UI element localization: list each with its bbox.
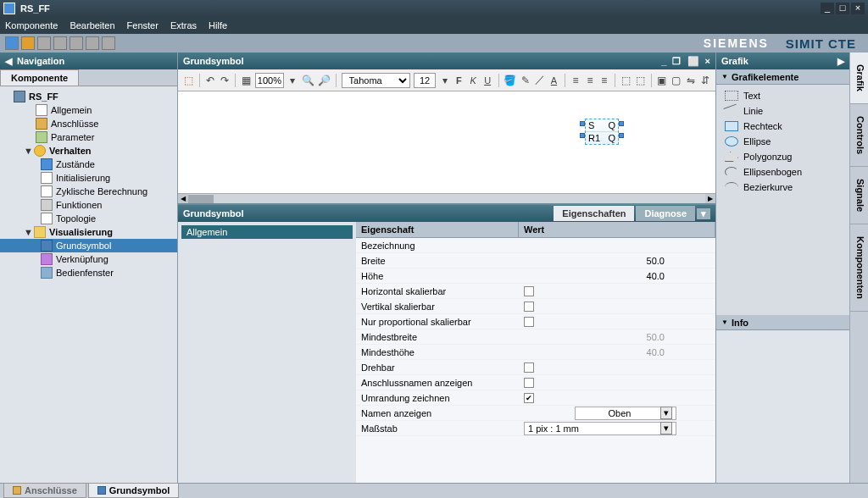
insert-icon[interactable]: ⬚	[183, 73, 194, 88]
info-header[interactable]: ▼Info	[716, 315, 849, 330]
send-back-icon[interactable]: ▢	[670, 73, 682, 88]
font-color-icon[interactable]: A	[548, 73, 559, 88]
bring-front-icon[interactable]: ▣	[656, 73, 667, 88]
zoom-dropdown-icon[interactable]: ▾	[287, 73, 298, 88]
ungroup-icon[interactable]: ⬚	[635, 73, 646, 88]
align-right-icon[interactable]: ≡	[598, 73, 609, 88]
doc-minimize-icon[interactable]: _	[661, 56, 666, 66]
tree-visualisierung[interactable]: ▼Visualisierung	[0, 225, 177, 239]
tree-funktionen[interactable]: Funktionen	[0, 198, 177, 212]
canvas[interactable]: SQ R1Q ◀ ▶	[178, 91, 715, 203]
flip-v-icon[interactable]: ⇵	[699, 73, 710, 88]
copy-icon[interactable]	[70, 36, 83, 50]
doc-maximize-icon[interactable]: ⬜	[687, 56, 699, 66]
tree-zustaende[interactable]: Zustände	[0, 158, 177, 171]
new-icon[interactable]	[5, 36, 19, 50]
horizontal-scrollbar[interactable]: ◀ ▶	[178, 193, 715, 203]
zoom-input[interactable]	[255, 73, 284, 88]
chk-umrandung[interactable]: ✔	[524, 393, 534, 403]
redo-icon[interactable]: ↷	[219, 73, 230, 88]
gfx-bogen[interactable]: Ellipsenbogen	[716, 164, 849, 180]
align-left-icon[interactable]: ≡	[570, 73, 581, 88]
bold-icon[interactable]: F	[453, 73, 465, 88]
cut-icon[interactable]	[53, 36, 67, 50]
gfx-text[interactable]: Text	[716, 88, 849, 103]
gfx-ellipse[interactable]: Ellipse	[716, 134, 849, 149]
scroll-left-icon[interactable]: ◀	[178, 194, 188, 203]
minimize-button[interactable]: _	[821, 3, 834, 14]
menu-hilfe[interactable]: Hilfe	[209, 20, 227, 30]
delete-icon[interactable]	[102, 36, 115, 50]
line-color-icon[interactable]: ✎	[520, 73, 531, 88]
tab-eigenschaften[interactable]: Eigenschaften	[554, 206, 634, 221]
tree-zyklisch[interactable]: Zyklische Berechnung	[0, 185, 177, 198]
val-hoehe[interactable]: 40.0	[519, 271, 715, 281]
sel-namen[interactable]: Oben▾	[575, 407, 676, 420]
menu-bearbeiten[interactable]: Bearbeiten	[70, 20, 114, 30]
tree-allgemein[interactable]: Allgemein	[0, 103, 177, 117]
btab-anschluesse[interactable]: Anschlüsse	[3, 483, 86, 498]
tab-diagnose[interactable]: Diagnose	[636, 206, 695, 221]
tree-topologie[interactable]: Topologie	[0, 212, 177, 225]
font-size-input[interactable]	[414, 73, 436, 88]
val-breite[interactable]: 50.0	[519, 256, 715, 266]
grafikelemente-header[interactable]: ▼Grafikelemente	[716, 69, 849, 85]
line-style-icon[interactable]: ／	[534, 73, 545, 88]
font-size-dropdown-icon[interactable]: ▾	[439, 73, 450, 88]
chk-vskal[interactable]	[524, 302, 534, 312]
pin-r1[interactable]	[580, 133, 585, 138]
tree-grundsymbol[interactable]: Grundsymbol	[0, 239, 177, 252]
group-icon[interactable]: ⬚	[620, 73, 632, 88]
align-center-icon[interactable]: ≡	[585, 73, 596, 88]
zoom-in-icon[interactable]: 🔍	[302, 73, 314, 88]
save-icon[interactable]	[37, 36, 51, 50]
chk-drehbar[interactable]	[524, 362, 534, 373]
underline-icon[interactable]: U	[482, 73, 493, 88]
doc-close-icon[interactable]: ×	[705, 56, 710, 66]
gfx-linie[interactable]: Linie	[716, 103, 849, 119]
tree-bedienfenster[interactable]: Bedienfenster	[0, 266, 177, 279]
tab-komponente[interactable]: Komponente	[0, 69, 79, 86]
fill-color-icon[interactable]: 🪣	[504, 73, 516, 88]
expand-icon[interactable]: ▼	[24, 146, 32, 156]
dropdown-icon[interactable]: ▾	[660, 422, 672, 434]
rtab-grafik[interactable]: Grafik	[850, 53, 868, 104]
rtab-controls[interactable]: Controls	[850, 104, 868, 167]
gfx-bezier[interactable]: Bezierkurve	[716, 180, 849, 195]
props-nav-allgemein[interactable]: Allgemein	[181, 225, 353, 239]
chk-anschluss[interactable]	[524, 378, 534, 388]
scroll-right-icon[interactable]: ▶	[705, 194, 715, 203]
pin-s[interactable]	[580, 121, 585, 126]
rtab-komponenten[interactable]: Komponenten	[850, 224, 868, 312]
tree-parameter[interactable]: Parameter	[0, 130, 177, 144]
menu-komponente[interactable]: Komponente	[5, 20, 58, 30]
symbol-preview[interactable]: SQ R1Q	[585, 119, 619, 145]
tree-verhalten[interactable]: ▼Verhalten	[0, 144, 177, 158]
maximize-button[interactable]: □	[836, 3, 849, 14]
open-icon[interactable]	[21, 36, 35, 50]
tree-anschluesse[interactable]: Anschlüsse	[0, 117, 177, 130]
grid-icon[interactable]: ▦	[241, 73, 252, 88]
chk-pskal[interactable]	[524, 317, 534, 327]
italic-icon[interactable]: K	[468, 73, 479, 88]
gfx-polygon[interactable]: Polygonzug	[716, 149, 849, 164]
pin-q[interactable]	[619, 121, 624, 126]
rtab-signale[interactable]: Signale	[850, 167, 868, 224]
menu-fenster[interactable]: Fenster	[127, 20, 159, 30]
dropdown-icon[interactable]: ▾	[660, 407, 672, 419]
btab-grundsymbol[interactable]: Grundsymbol	[88, 483, 180, 498]
scrollbar-thumb[interactable]	[188, 195, 214, 203]
font-select[interactable]: Tahoma	[342, 73, 411, 88]
gfx-rechteck[interactable]: Rechteck	[716, 119, 849, 134]
close-button[interactable]: ×	[851, 3, 865, 14]
collapse-icon[interactable]: ◀	[5, 56, 12, 67]
paste-icon[interactable]	[86, 36, 99, 50]
zoom-out-icon[interactable]: 🔎	[318, 73, 331, 88]
tree-root[interactable]: RS_FF	[0, 90, 177, 103]
pin-qn[interactable]	[619, 133, 624, 138]
undo-icon[interactable]: ↶	[205, 73, 216, 88]
menu-extras[interactable]: Extras	[170, 20, 197, 30]
properties-dropdown-icon[interactable]: ▾	[697, 208, 710, 219]
sel-massstab[interactable]: 1 pix : 1 mm▾	[524, 422, 676, 435]
flip-h-icon[interactable]: ⇋	[685, 73, 696, 88]
